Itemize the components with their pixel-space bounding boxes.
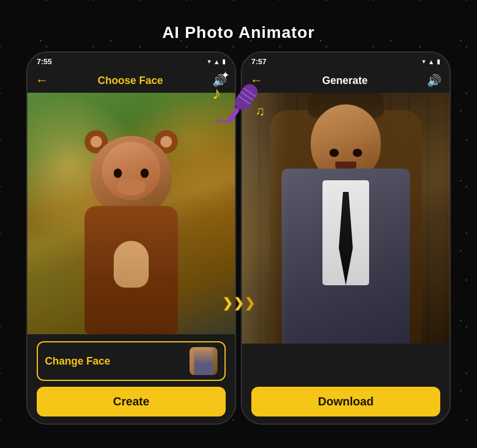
right-image-area [242, 93, 450, 344]
right-phone-bottom: Download [242, 344, 450, 424]
monkey-photo [27, 93, 235, 334]
phone-right: 7:57 ▾ ▲ ▮ ← Generate 🔊 [241, 51, 451, 425]
monkey-eye-left [114, 169, 122, 178]
status-bar-right: 7:57 ▾ ▲ ▮ [242, 52, 450, 68]
nav-bar-right: ← Generate 🔊 [242, 68, 450, 93]
monkey-mouth [117, 178, 146, 195]
back-button-left[interactable]: ← [36, 73, 48, 88]
change-face-label: Change Face [45, 355, 110, 368]
nav-title-right: Generate [322, 75, 367, 87]
man-photo [242, 93, 450, 344]
status-bar-left: 7:55 ▾ ▲ ▮ [27, 52, 235, 68]
man-eye-right [353, 149, 362, 157]
page-title: AI Photo Animator [162, 23, 315, 42]
back-button-right[interactable]: ← [250, 73, 263, 88]
monkey-eye-right [141, 169, 149, 178]
phone-left: 7:55 ▾ ▲ ▮ ← Choose Face 🔊 [26, 51, 236, 425]
battery-icon-right: ▮ [437, 58, 440, 65]
sound-button-right[interactable]: 🔊 [427, 74, 441, 88]
face-thumbnail [190, 347, 218, 375]
nav-bar-left: ← Choose Face 🔊 [27, 68, 235, 93]
left-image-area [27, 93, 235, 334]
sound-button-left[interactable]: 🔊 [212, 74, 227, 88]
monkey-eyes [114, 169, 149, 178]
wifi-icon-right: ▾ [422, 58, 426, 65]
left-phone-bottom: Change Face Create [27, 334, 235, 424]
wifi-icon: ▾ [208, 58, 211, 65]
man-eye-left [329, 149, 339, 157]
battery-icon: ▮ [222, 58, 226, 65]
create-button[interactable]: Create [37, 387, 226, 416]
status-icons-left: ▾ ▲ ▮ [208, 58, 226, 65]
phones-container: 7:55 ▾ ▲ ▮ ← Choose Face 🔊 [26, 51, 451, 425]
signal-icon: ▲ [213, 58, 220, 65]
change-face-button[interactable]: Change Face [37, 341, 226, 381]
signal-icon-right: ▲ [428, 58, 434, 65]
monkey-chest-patch [114, 241, 149, 288]
status-time-left: 7:55 [37, 57, 52, 66]
status-icons-right: ▾ ▲ ▮ [422, 58, 440, 65]
status-time-right: 7:57 [251, 57, 266, 66]
nav-title-left: Choose Face [97, 75, 163, 87]
download-button[interactable]: Download [251, 387, 440, 416]
